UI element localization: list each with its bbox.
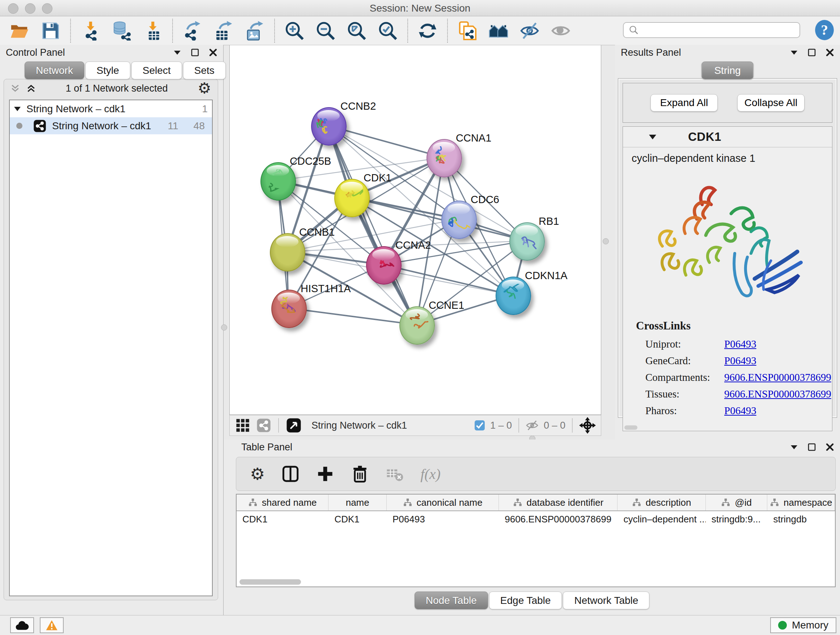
network-node-ccna1[interactable]: [426, 139, 462, 177]
function-builder-icon[interactable]: f(x): [420, 466, 441, 483]
search-box[interactable]: [623, 22, 800, 38]
export-network-icon[interactable]: [182, 21, 202, 41]
delete-table-icon[interactable]: [386, 465, 404, 483]
network-edge[interactable]: [328, 126, 416, 325]
gene-section-header[interactable]: CDK1: [623, 127, 832, 147]
tab-node-table[interactable]: Node Table: [415, 592, 488, 609]
crosslink-link[interactable]: 9606.ENSP00000378699: [724, 371, 831, 383]
close-panel-icon[interactable]: [209, 48, 218, 57]
table-cell[interactable]: 9606.ENSP00000378699: [499, 514, 617, 525]
close-panel-icon[interactable]: [826, 443, 834, 451]
network-collection-row[interactable]: String Network – cdk1 1: [10, 100, 212, 117]
network-options-gear-icon[interactable]: ⚙: [197, 81, 211, 96]
column-header-database-identifier[interactable]: database identifier: [499, 494, 617, 510]
import-network-database-icon[interactable]: [111, 21, 132, 41]
tab-style[interactable]: Style: [85, 62, 130, 79]
show-all-eye-icon[interactable]: [551, 21, 571, 41]
birds-eye-view-icon[interactable]: [286, 417, 302, 434]
search-input[interactable]: [643, 24, 799, 36]
column-header-name[interactable]: name: [328, 494, 387, 510]
maximize-panel-icon[interactable]: [191, 48, 199, 57]
crosslink-link[interactable]: P06493: [724, 355, 756, 367]
table-cell[interactable]: stringdb:9...: [706, 514, 767, 525]
float-panel-icon[interactable]: [790, 445, 798, 450]
column-header-namespace[interactable]: namespace: [767, 494, 835, 510]
tree-expand-icon[interactable]: [14, 107, 21, 111]
expand-all-button[interactable]: Expand All: [651, 94, 718, 111]
column-header-shared-name[interactable]: shared name: [237, 494, 328, 510]
zoom-in-icon[interactable]: [284, 21, 305, 41]
pan-crosshair-icon[interactable]: [579, 417, 596, 434]
network-node-ccna2[interactable]: [366, 246, 401, 285]
tab-select[interactable]: Select: [131, 62, 182, 79]
save-session-icon[interactable]: [41, 21, 61, 41]
column-header--id[interactable]: @id: [706, 494, 767, 510]
table-cell[interactable]: P06493: [387, 514, 499, 525]
share-view-icon[interactable]: [256, 417, 272, 433]
network-node-cdc25b[interactable]: [261, 162, 296, 201]
tab-network-table[interactable]: Network Table: [563, 592, 649, 609]
import-table-file-icon[interactable]: [142, 21, 163, 41]
table-settings-gear-icon[interactable]: ⚙: [250, 466, 265, 482]
apply-layout-icon[interactable]: [417, 21, 438, 41]
maximize-panel-icon[interactable]: [807, 443, 816, 451]
crosslink-link[interactable]: P06493: [724, 405, 756, 417]
table-horizontal-scrollbar[interactable]: [240, 579, 301, 585]
clone-network-icon[interactable]: [457, 21, 477, 41]
left-splitter-handle[interactable]: [221, 325, 227, 331]
open-session-icon[interactable]: [9, 21, 30, 41]
hide-selected-eye-icon[interactable]: [519, 21, 540, 41]
network-node-rb1[interactable]: [509, 222, 545, 261]
collapse-section-icon[interactable]: [649, 135, 656, 139]
network-node-cdkn1a[interactable]: [496, 277, 531, 315]
zoom-fit-icon[interactable]: [347, 21, 367, 41]
tab-edge-table[interactable]: Edge Table: [489, 592, 562, 609]
column-header-description[interactable]: description: [617, 494, 706, 510]
network-node-hist1h1a[interactable]: [271, 290, 307, 328]
network-node-cdc6[interactable]: [441, 201, 477, 239]
float-panel-icon[interactable]: [790, 50, 798, 55]
maximize-panel-icon[interactable]: [807, 48, 816, 57]
export-image-icon[interactable]: [245, 21, 265, 41]
network-home-icon[interactable]: [488, 21, 508, 41]
collapse-all-icon[interactable]: [11, 84, 20, 93]
export-table-icon[interactable]: [213, 21, 234, 41]
table-cell[interactable]: CDK1: [237, 514, 328, 525]
manage-columns-icon[interactable]: [281, 465, 300, 483]
expand-all-icon[interactable]: [27, 84, 36, 93]
close-panel-icon[interactable]: [826, 48, 834, 57]
network-edge[interactable]: [383, 264, 513, 295]
table-row[interactable]: CDK1CDK1P064939606.ENSP00000378699cyclin…: [237, 511, 835, 527]
memory-button[interactable]: Memory: [770, 617, 836, 633]
warnings-button[interactable]: [40, 617, 64, 633]
table-cell[interactable]: CDK1: [328, 514, 387, 525]
hidden-eye-icon[interactable]: [526, 420, 538, 431]
crosslink-link[interactable]: 9606.ENSP00000378699: [724, 388, 831, 400]
crosslink-link[interactable]: P06493: [724, 338, 756, 350]
tab-network[interactable]: Network: [25, 62, 84, 79]
float-panel-icon[interactable]: [173, 50, 181, 55]
network-node-ccnb2[interactable]: [311, 107, 347, 146]
help-icon[interactable]: ?: [814, 19, 835, 41]
delete-row-trash-icon[interactable]: [351, 465, 369, 483]
add-row-icon[interactable]: [316, 465, 334, 483]
network-edge[interactable]: [288, 308, 416, 325]
right-splitter-handle[interactable]: [603, 238, 609, 244]
column-header-canonical-name[interactable]: canonical name: [387, 494, 499, 510]
zoom-out-icon[interactable]: [316, 21, 336, 41]
zoom-selected-icon[interactable]: [378, 21, 398, 41]
network-row[interactable]: String Network – cdk1 11 48: [10, 117, 212, 134]
selected-checkbox-icon[interactable]: [474, 420, 485, 431]
collapse-all-button[interactable]: Collapse All: [737, 94, 805, 111]
network-canvas[interactable]: CCNB2CCNA1CDC25BCDK1CDC6RB1CCNB1CCNA2CDK…: [229, 45, 601, 415]
cloud-status-button[interactable]: [10, 617, 34, 633]
tab-sets[interactable]: Sets: [183, 62, 226, 79]
table-cell[interactable]: cyclin–dependent ...: [617, 514, 706, 525]
network-node-ccnb1[interactable]: [270, 233, 305, 272]
grid-view-icon[interactable]: [235, 417, 251, 433]
tab-string[interactable]: String: [701, 62, 753, 79]
network-node-cdk1[interactable]: [334, 179, 370, 217]
network-node-ccne1[interactable]: [399, 306, 435, 345]
table-cell[interactable]: stringdb: [767, 514, 835, 525]
import-network-file-icon[interactable]: [80, 21, 101, 41]
